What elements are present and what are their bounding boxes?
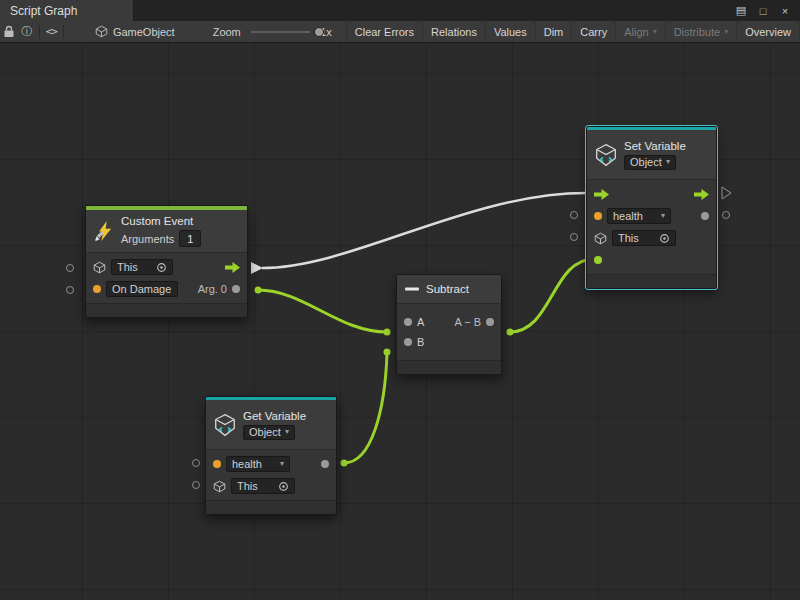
free-port[interactable] <box>67 287 74 294</box>
graph-canvas[interactable]: Custom Event Arguments 1 This <box>0 43 800 600</box>
event-name-value: On Damage <box>112 283 172 295</box>
event-name-port[interactable] <box>93 285 101 293</box>
cube-icon <box>213 480 226 493</box>
target-picker-icon[interactable] <box>278 481 289 492</box>
flow-out-port[interactable] <box>225 262 240 273</box>
wire-flow-customevent-setvariable <box>262 193 586 268</box>
lock-icon[interactable] <box>0 21 18 42</box>
overview-button[interactable]: Overview <box>736 21 800 42</box>
title-bar: Script Graph ▤ □ × <box>0 0 800 21</box>
flow-in-port[interactable] <box>594 189 609 200</box>
result-out-port[interactable] <box>486 318 494 326</box>
variable-icon <box>594 143 618 167</box>
close-icon[interactable]: × <box>776 5 794 17</box>
variable-name-row: health ▾ <box>206 453 336 475</box>
variable-name-value: health <box>232 458 276 470</box>
node-subtract[interactable]: Subtract A A − B B <box>396 274 502 375</box>
target-dropdown[interactable]: This <box>612 230 676 246</box>
toolbar-separator <box>39 25 40 38</box>
variable-name-port[interactable] <box>213 460 221 468</box>
gameobject-reference[interactable]: GameObject <box>95 25 175 38</box>
free-port[interactable] <box>67 265 74 272</box>
target-value: This <box>618 232 655 244</box>
variable-name-dropdown[interactable]: health ▾ <box>607 208 671 224</box>
align-label: Align <box>624 26 648 38</box>
node-title: Set Variable <box>624 140 686 152</box>
wire-subtract-setvariable-value <box>510 259 594 332</box>
event-name-chip[interactable]: On Damage <box>106 281 178 297</box>
target-picker-icon[interactable] <box>659 233 670 244</box>
tab-script-graph[interactable]: Script Graph <box>0 0 134 21</box>
input-b-label: B <box>417 336 424 348</box>
node-custom-event[interactable]: Custom Event Arguments 1 This <box>85 205 248 318</box>
overview-label: Overview <box>745 26 791 38</box>
relations-button[interactable]: Relations <box>422 21 485 42</box>
chevron-down-icon: ▾ <box>724 28 728 36</box>
carry-label: Carry <box>580 26 607 38</box>
input-a-label: A <box>417 316 424 328</box>
wire-endpoint <box>255 287 262 294</box>
subtract-icon <box>404 281 420 297</box>
variable-name-row: health ▾ <box>587 205 716 227</box>
value-out-port[interactable] <box>321 460 329 468</box>
variable-kind-dropdown[interactable]: Object ▾ <box>243 425 295 440</box>
target-dropdown[interactable]: This <box>231 478 295 494</box>
node-title: Get Variable <box>243 410 306 422</box>
cube-icon <box>93 261 106 274</box>
free-port[interactable] <box>193 482 200 489</box>
wire-arg0-subtract-a <box>258 290 387 332</box>
values-label: Values <box>494 26 527 38</box>
carry-button[interactable]: Carry <box>571 21 615 42</box>
clear-errors-label: Clear Errors <box>355 26 414 38</box>
arg-label: Arg. 0 <box>198 283 227 295</box>
output-label: A − B <box>454 316 481 328</box>
distribute-button: Distribute▾ <box>665 21 736 42</box>
relations-label: Relations <box>431 26 477 38</box>
target-dropdown[interactable]: This <box>111 259 173 275</box>
flow-out-port[interactable] <box>694 189 709 200</box>
wire-endpoint <box>384 329 391 336</box>
variable-name-value: health <box>613 210 657 222</box>
chevron-down-icon: ▾ <box>280 460 284 468</box>
code-view-icon[interactable]: <> <box>42 21 60 42</box>
target-picker-icon[interactable] <box>156 262 167 273</box>
node-title: Custom Event <box>121 215 201 227</box>
value-out-port[interactable] <box>701 212 709 220</box>
zoom-label: Zoom <box>209 26 245 38</box>
input-b-port[interactable] <box>404 338 412 346</box>
align-button: Align▾ <box>615 21 664 42</box>
distribute-label: Distribute <box>674 26 720 38</box>
tab-label: Script Graph <box>10 4 77 18</box>
gameobject-label: GameObject <box>113 26 175 38</box>
value-in-port[interactable] <box>594 256 602 264</box>
variable-name-dropdown[interactable]: health ▾ <box>226 456 290 472</box>
free-port[interactable] <box>571 212 578 219</box>
variable-name-port[interactable] <box>594 212 602 220</box>
window-menu-icon[interactable]: ▤ <box>732 4 750 17</box>
clear-errors-button[interactable]: Clear Errors <box>346 21 422 42</box>
target-value: This <box>237 480 274 492</box>
zoom-slider-handle[interactable] <box>314 27 324 37</box>
node-get-variable[interactable]: Get Variable Object ▾ health ▾ <box>205 396 337 515</box>
value-in-row <box>587 249 716 271</box>
zoom-slider[interactable] <box>251 26 310 38</box>
graph-toolbar: ⓘ <> GameObject Zoom 1x Clear Errors Rel… <box>0 21 800 43</box>
zoom-slider-track <box>251 31 310 33</box>
maximize-icon[interactable]: □ <box>754 5 772 17</box>
input-a-port[interactable] <box>404 318 412 326</box>
variable-kind-dropdown[interactable]: Object ▾ <box>624 155 676 170</box>
arguments-input[interactable]: 1 <box>179 230 201 247</box>
dim-label: Dim <box>544 26 564 38</box>
dim-button[interactable]: Dim <box>535 21 572 42</box>
wire-endpoint <box>341 460 348 467</box>
node-set-variable[interactable]: Set Variable Object ▾ health <box>586 126 717 289</box>
values-button[interactable]: Values <box>485 21 535 42</box>
flow-wire-arrow <box>251 262 263 274</box>
free-flow-port[interactable] <box>722 187 731 199</box>
free-port[interactable] <box>571 234 578 241</box>
cube-icon <box>594 232 607 245</box>
free-port[interactable] <box>723 212 730 219</box>
arg-out-port[interactable] <box>232 285 240 293</box>
info-icon[interactable]: ⓘ <box>18 21 36 42</box>
free-port[interactable] <box>193 460 200 467</box>
